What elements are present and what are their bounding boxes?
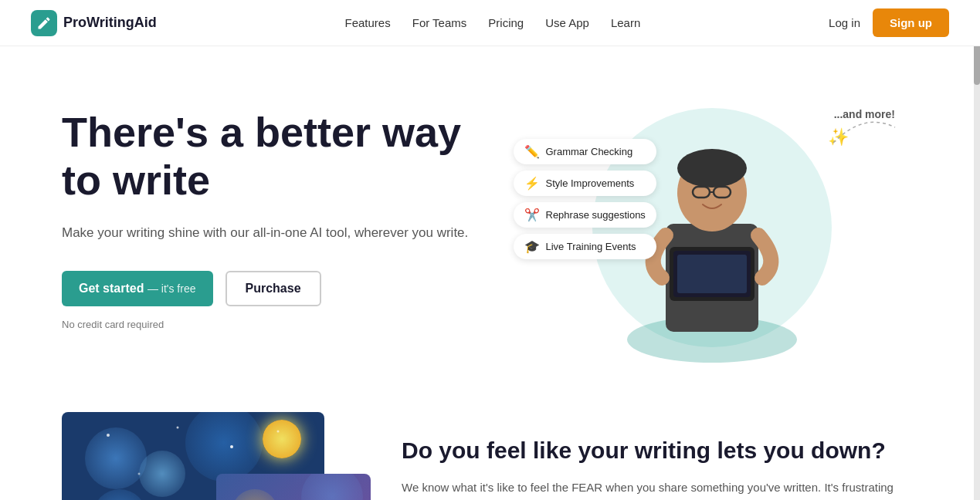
navbar-actions: Log in Sign up <box>829 8 949 37</box>
brand-name: ProWritingAid <box>63 15 157 31</box>
grammar-icon: ✏️ <box>524 144 540 159</box>
dotted-arc <box>826 104 903 150</box>
nav-item-features[interactable]: Features <box>345 16 391 30</box>
nav-item-use-app[interactable]: Use App <box>545 16 589 30</box>
rephrase-icon: ✂️ <box>524 208 540 222</box>
logo-icon <box>31 10 57 36</box>
scrollbar[interactable] <box>974 0 980 500</box>
section2-body: We know what it's like to feel the FEAR … <box>402 478 918 500</box>
badge-rephrase: ✂️ Rephrase suggestions <box>514 202 656 228</box>
logo-link[interactable]: ProWritingAid <box>31 10 157 36</box>
badge-rephrase-label: Rephrase suggestions <box>546 209 646 221</box>
nav-item-for-teams[interactable]: For Teams <box>412 16 467 30</box>
hero-section: There's a better way to write Make your … <box>0 46 980 397</box>
feature-badges: ✏️ Grammar Checking ⚡ Style Improvements… <box>514 139 656 259</box>
hero-content: There's a better way to write Make your … <box>62 93 475 330</box>
navbar: ProWritingAid Features For Teams Pricing… <box>0 0 980 46</box>
badge-style: ⚡ Style Improvements <box>514 171 656 196</box>
badge-style-label: Style Improvements <box>546 177 635 189</box>
badge-grammar: ✏️ Grammar Checking <box>514 139 656 164</box>
nav-links: Features For Teams Pricing Use App Learn <box>345 16 641 30</box>
badge-training: 🎓 Live Training Events <box>514 234 656 259</box>
login-button[interactable]: Log in <box>829 16 860 29</box>
badge-grammar-label: Grammar Checking <box>546 146 633 157</box>
section2-title: Do you feel like your writing lets you d… <box>402 435 918 465</box>
training-icon: 🎓 <box>524 239 540 254</box>
get-started-suffix: — it's free <box>148 282 196 295</box>
second-image-card: My idea in my head <box>216 474 371 500</box>
svg-point-6 <box>677 149 747 188</box>
badge-training-label: Live Training Events <box>546 241 636 252</box>
nav-link-learn[interactable]: Learn <box>611 16 640 29</box>
signup-button[interactable]: Sign up <box>873 8 949 37</box>
nav-item-learn[interactable]: Learn <box>611 16 640 30</box>
card-svg <box>216 474 371 500</box>
section2-content: Do you feel like your writing lets you d… <box>402 412 918 500</box>
svg-point-11 <box>177 427 179 429</box>
hero-visual: ✏️ Grammar Checking ⚡ Style Improvements… <box>506 93 919 366</box>
section2-image-container: My idea in my head <box>62 412 355 500</box>
svg-point-13 <box>277 431 280 433</box>
nav-item-pricing[interactable]: Pricing <box>488 16 524 30</box>
get-started-button[interactable]: Get started — it's free <box>62 271 213 306</box>
hero-buttons: Get started — it's free Purchase <box>62 271 475 306</box>
nav-link-for-teams[interactable]: For Teams <box>412 16 467 29</box>
no-cc-text: No credit card required <box>62 319 475 330</box>
hero-subtitle: Make your writing shine with our all-in-… <box>62 222 475 243</box>
nav-link-pricing[interactable]: Pricing <box>488 16 524 29</box>
section2: My idea in my head Do you feel like your… <box>0 397 980 500</box>
style-icon: ⚡ <box>524 176 540 191</box>
logo-svg <box>36 15 52 31</box>
svg-point-10 <box>107 434 110 437</box>
get-started-label: Get started <box>79 282 144 295</box>
hero-title: There's a better way to write <box>62 108 475 204</box>
svg-point-14 <box>138 473 141 475</box>
svg-point-12 <box>230 445 233 448</box>
purchase-button[interactable]: Purchase <box>226 271 321 306</box>
nav-link-features[interactable]: Features <box>345 16 391 29</box>
nav-link-use-app[interactable]: Use App <box>545 16 589 29</box>
svg-rect-4 <box>677 255 747 293</box>
